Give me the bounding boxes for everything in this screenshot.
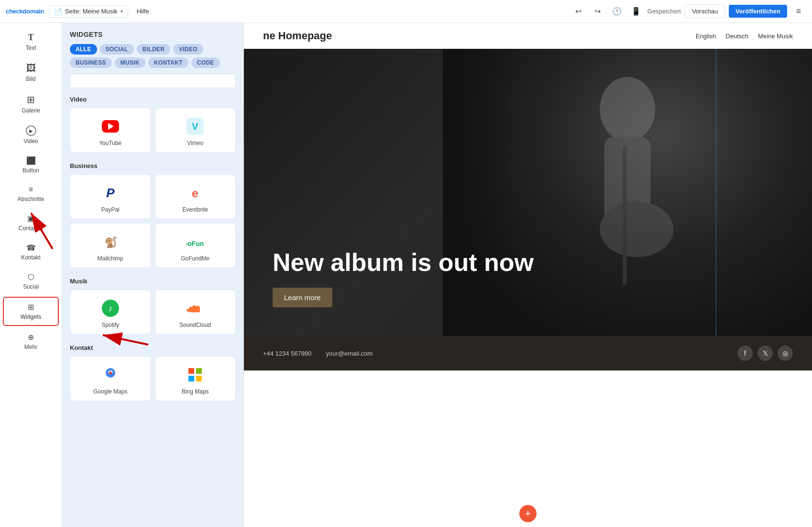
hero-content: New album is out now Learn more bbox=[244, 249, 562, 336]
chevron-down-icon: ▾ bbox=[121, 9, 123, 14]
eventbrite-icon: e bbox=[186, 183, 205, 202]
site-title: ne Homepage bbox=[263, 30, 332, 42]
filter-bilder[interactable]: BILDER bbox=[137, 44, 170, 55]
widget-spotify[interactable]: ♪ Spotify bbox=[70, 290, 151, 335]
footer-contact: +44 1234 567890 your@email.com bbox=[263, 350, 373, 357]
page-label: Seite: Meine Musik bbox=[65, 8, 118, 15]
sidebar-item-galerie[interactable]: ⊞ Galerie bbox=[3, 89, 59, 119]
section-title-kontakt: Kontakt bbox=[70, 344, 236, 351]
bingmaps-label: Bing Maps bbox=[182, 388, 209, 395]
nav-link-english[interactable]: English bbox=[696, 33, 716, 40]
widget-panel-title: WIDGETS bbox=[70, 31, 236, 38]
filter-musik[interactable]: MUSIK bbox=[115, 57, 145, 68]
video-widget-grid: YouTube V Vimeo bbox=[70, 108, 236, 153]
paypal-icon: P bbox=[101, 183, 120, 202]
svg-rect-12 bbox=[188, 376, 194, 381]
eventbrite-label: Eventbrite bbox=[182, 206, 208, 213]
googlemaps-label: Google Maps bbox=[93, 388, 127, 395]
footer-email: your@email.com bbox=[326, 350, 373, 357]
add-section-button[interactable]: + bbox=[519, 505, 537, 522]
sidebar-item-social[interactable]: ⬡ Social bbox=[3, 268, 59, 295]
history-button[interactable]: 🕐 bbox=[609, 4, 625, 19]
container-icon: ▣ bbox=[27, 214, 34, 223]
page-selector[interactable]: 📄 Seite: Meine Musik ▾ bbox=[49, 5, 128, 18]
bingmaps-logo bbox=[187, 367, 203, 382]
contact-icon: ☎ bbox=[26, 243, 36, 252]
page-icon: 📄 bbox=[54, 8, 62, 15]
sidebar-item-container[interactable]: ▣ Container bbox=[3, 209, 59, 236]
footer-facebook-icon[interactable]: f bbox=[737, 346, 753, 361]
kontakt-widget-grid: Google Maps Bing Maps bbox=[70, 356, 236, 401]
filter-social[interactable]: SOCIAL bbox=[100, 44, 134, 55]
preview-hero: New album is out now Learn more bbox=[244, 49, 812, 336]
widget-googlemaps[interactable]: Google Maps bbox=[70, 356, 151, 401]
footer-instagram-icon[interactable]: ◎ bbox=[778, 346, 793, 361]
svg-text:🐒: 🐒 bbox=[104, 236, 117, 249]
gofundme-logo: GoFund bbox=[187, 233, 204, 250]
sidebar-item-bild[interactable]: 🖼 Bild bbox=[3, 58, 59, 87]
sidebar-item-abschnitte[interactable]: ≡ Abschnitte bbox=[3, 180, 59, 207]
svg-rect-17 bbox=[623, 146, 626, 285]
svg-rect-13 bbox=[196, 376, 202, 381]
gofundme-label: GoFundMe bbox=[181, 255, 209, 262]
widget-bingmaps[interactable]: Bing Maps bbox=[155, 356, 236, 401]
footer-twitter-icon[interactable]: 𝕏 bbox=[757, 346, 773, 361]
sidebar-item-text[interactable]: T Text bbox=[3, 28, 59, 56]
sidebar-label-abschnitte: Abschnitte bbox=[17, 196, 44, 202]
preview-inner: ne Homepage English Deutsch Meine Musik bbox=[244, 23, 812, 527]
mobile-preview-button[interactable]: 📱 bbox=[628, 4, 644, 19]
sections-icon: ≡ bbox=[29, 185, 33, 194]
widget-youtube[interactable]: YouTube bbox=[70, 108, 151, 153]
googlemaps-logo bbox=[103, 366, 118, 383]
vimeo-logo: V bbox=[187, 118, 204, 135]
nav-link-meinemusik[interactable]: Meine Musik bbox=[758, 33, 793, 40]
sidebar-label-social: Social bbox=[23, 283, 39, 290]
bingmaps-icon bbox=[186, 365, 205, 384]
soundcloud-label: SoundCloud bbox=[179, 322, 211, 328]
spotify-inner: ♪ bbox=[108, 303, 112, 314]
sidebar-label-kontakt: Kontakt bbox=[21, 254, 41, 261]
gofundme-icon: GoFund bbox=[186, 232, 205, 251]
more-options-button[interactable]: ≡ bbox=[791, 4, 806, 19]
widget-eventbrite[interactable]: e Eventbrite bbox=[155, 174, 236, 219]
sidebar-item-kontakt[interactable]: ☎ Kontakt bbox=[3, 238, 59, 266]
widget-vimeo[interactable]: V Vimeo bbox=[155, 108, 236, 153]
paypal-label: PayPal bbox=[101, 206, 120, 213]
spotify-logo: ♪ bbox=[102, 300, 119, 317]
help-link[interactable]: Hilfe bbox=[137, 8, 149, 15]
svg-text:GoFund: GoFund bbox=[187, 240, 204, 247]
section-title-business: Business bbox=[70, 162, 236, 169]
publish-button[interactable]: Veröffentlichen bbox=[729, 5, 787, 18]
filter-alle[interactable]: ALLE bbox=[70, 44, 97, 55]
section-title-musik: Musik bbox=[70, 278, 236, 285]
undo-button[interactable]: ↩ bbox=[571, 4, 586, 19]
image-icon: 🖼 bbox=[26, 63, 36, 74]
filter-business[interactable]: BUSINESS bbox=[70, 57, 112, 68]
sidebar-item-video[interactable]: ▶ Video bbox=[3, 121, 59, 149]
left-sidebar: T Text 🖼 Bild ⊞ Galerie ▶ Video ⬛ Button… bbox=[0, 23, 62, 527]
filter-video[interactable]: VIDEO bbox=[173, 44, 203, 55]
sidebar-item-mehr[interactable]: ⊕ Mehr bbox=[3, 328, 59, 355]
svg-point-14 bbox=[600, 77, 655, 142]
youtube-logo bbox=[102, 120, 119, 133]
widget-soundcloud[interactable]: SoundCloud bbox=[155, 290, 236, 335]
nav-link-deutsch[interactable]: Deutsch bbox=[725, 33, 748, 40]
sidebar-item-button[interactable]: ⬛ Button bbox=[3, 151, 59, 179]
widget-paypal[interactable]: P PayPal bbox=[70, 174, 151, 219]
filter-code[interactable]: CODE bbox=[191, 57, 220, 68]
svg-text:P: P bbox=[106, 186, 115, 200]
vimeo-label: Vimeo bbox=[187, 140, 203, 146]
filter-kontakt[interactable]: KONTAKT bbox=[148, 57, 188, 68]
logo: checkdomain bbox=[6, 8, 44, 15]
gallery-icon: ⊞ bbox=[27, 94, 35, 105]
widget-search[interactable] bbox=[70, 74, 236, 88]
hero-cta-button[interactable]: Learn more bbox=[273, 288, 332, 307]
preview-button[interactable]: Vorschau bbox=[685, 4, 725, 18]
sidebar-item-widgets[interactable]: ⊞ Widgets bbox=[3, 297, 59, 326]
svg-text:V: V bbox=[192, 121, 199, 132]
nav-links: English Deutsch Meine Musik bbox=[696, 33, 793, 40]
widget-gofundme[interactable]: GoFund GoFundMe bbox=[155, 223, 236, 268]
widget-mailchimp[interactable]: 🐒 Mailchimp bbox=[70, 223, 151, 268]
sidebar-label-mehr: Mehr bbox=[24, 344, 37, 350]
redo-button[interactable]: ↪ bbox=[590, 4, 605, 19]
